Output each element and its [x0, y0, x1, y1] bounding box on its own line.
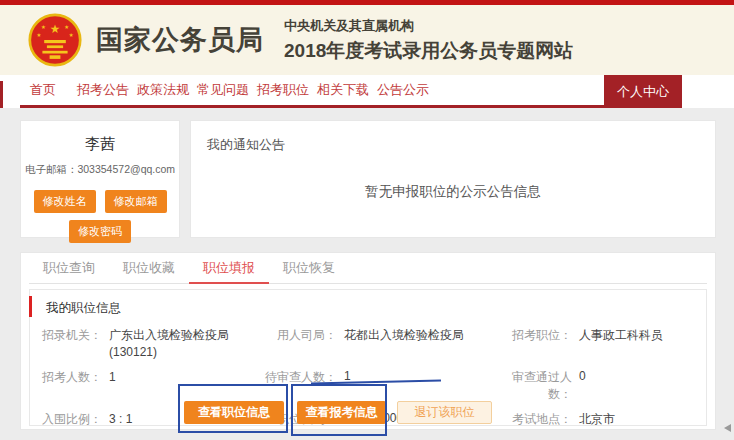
notice-title: 我的通知公告 — [191, 121, 715, 154]
svg-text:★: ★ — [64, 24, 69, 30]
nav-item-announcements[interactable]: 招考公告 — [73, 75, 133, 108]
mouse-cursor-icon — [724, 424, 731, 432]
view-application-info-button[interactable]: 查看报考信息 — [297, 401, 386, 424]
nav-item-faq[interactable]: 常见问题 — [193, 75, 253, 108]
nav-left-accent — [0, 81, 3, 108]
user-buttons-row: 修改姓名 修改邮箱 — [21, 190, 179, 213]
field-employing-bureau: 用人司局： 花都出入境检验检疫局 — [254, 327, 504, 344]
nav-item-policies[interactable]: 政策法规 — [133, 75, 193, 108]
user-email: 电子邮箱：303354572@qq.com — [21, 163, 179, 177]
nav-item-downloads[interactable]: 相关下载 — [313, 75, 373, 108]
svg-text:★: ★ — [69, 32, 74, 38]
job-section-title: 我的职位信息 — [30, 290, 706, 317]
tab-job-restore[interactable]: 职位恢复 — [269, 253, 349, 283]
nav-item-personal-center[interactable]: 个人中心 — [604, 75, 682, 108]
user-name: 李茜 — [21, 135, 179, 154]
nav-item-positions[interactable]: 招考职位 — [253, 75, 313, 108]
site-title: 2018年度考试录用公务员专题网站 — [284, 38, 573, 64]
site-header: ★ ★ ★ ★ ★ 国家公务员局 中央机关及其直属机构 2018年度考试录用公务… — [0, 5, 734, 75]
field-exam-location: 考试地点： 北京市 — [504, 411, 706, 428]
tab-job-search[interactable]: 职位查询 — [29, 253, 109, 283]
field-pending-review-count: 待审查人数： 1 — [254, 369, 504, 386]
agency-name: 国家公务员局 — [96, 22, 264, 58]
main-nav: 首页 招考公告 政策法规 常见问题 招考职位 相关下载 公告公示 个人中心 — [0, 75, 734, 108]
field-recruiting-agency: 招录机关： 广东出入境检验检疫局 (130121) — [42, 327, 254, 361]
nav-underline — [20, 105, 682, 108]
red-accent-bar — [29, 296, 32, 317]
national-emblem-icon: ★ ★ ★ ★ ★ — [28, 13, 82, 67]
change-email-button[interactable]: 修改邮箱 — [105, 190, 167, 213]
tab-job-favorites[interactable]: 职位收藏 — [109, 253, 189, 283]
change-name-button[interactable]: 修改姓名 — [34, 190, 96, 213]
svg-text:★: ★ — [36, 32, 41, 38]
user-card: 李茜 电子邮箱：303354572@qq.com 修改姓名 修改邮箱 修改密码 — [20, 120, 180, 238]
job-field-row: 招考人数： 1 待审查人数： 1 审查通过人数： 0 — [42, 369, 706, 403]
svg-text:★: ★ — [41, 24, 46, 30]
unsubscribe-position-button[interactable]: 退订该职位 — [397, 401, 492, 424]
field-approved-count: 审查通过人数： 0 — [504, 369, 706, 403]
change-password-button[interactable]: 修改密码 — [69, 220, 131, 243]
field-recruit-count: 招考人数： 1 — [42, 369, 254, 386]
nav-item-public-notices[interactable]: 公告公示 — [373, 75, 433, 108]
page: ★ ★ ★ ★ ★ 国家公务员局 中央机关及其直属机构 2018年度考试录用公务… — [0, 0, 734, 440]
nav-item-home[interactable]: 首页 — [13, 75, 73, 108]
job-field-row: 招录机关： 广东出入境检验检疫局 (130121) 用人司局： 花都出入境检验检… — [42, 327, 706, 361]
site-titles: 中央机关及其直属机构 2018年度考试录用公务员专题网站 — [284, 17, 573, 64]
tab-job-application[interactable]: 职位填报 — [189, 253, 269, 284]
email-label: 电子邮箱： — [25, 163, 78, 175]
svg-text:★: ★ — [50, 22, 60, 35]
notice-empty-message: 暂无申报职位的公示公告信息 — [191, 183, 715, 201]
email-value: 303354572@qq.com — [77, 163, 175, 175]
notice-card: 我的通知公告 暂无申报职位的公示公告信息 — [190, 120, 716, 238]
view-position-info-button[interactable]: 查看职位信息 — [184, 401, 284, 424]
org-line: 中央机关及其直属机构 — [284, 17, 573, 35]
tab-bar: 职位查询 职位收藏 职位填报 职位恢复 — [29, 253, 707, 284]
field-position-title: 招考职位： 人事政工科科员 — [504, 327, 706, 344]
